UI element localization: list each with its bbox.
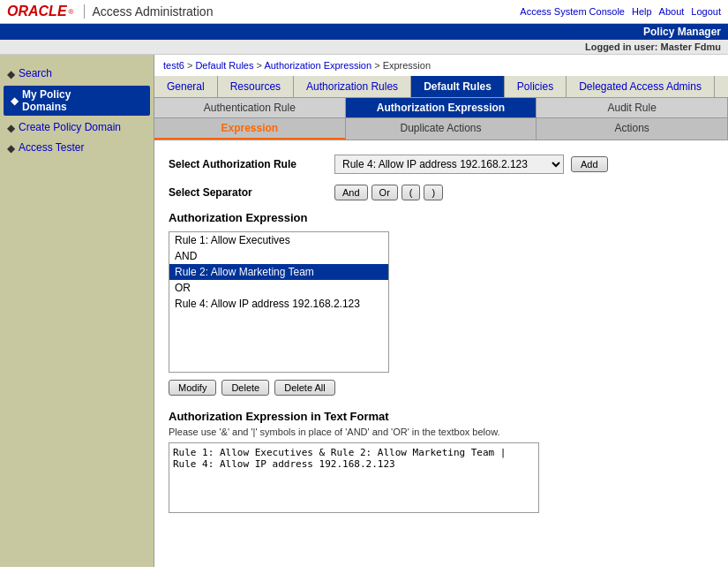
delete-all-button[interactable]: Delete All (274, 380, 334, 396)
policy-manager-bar: Policy Manager (0, 24, 728, 40)
sidebar-link-search[interactable]: Search (19, 67, 52, 79)
sidebar-bullet-create: ◆ (7, 122, 15, 134)
sub-tab-authorization-expression[interactable]: Authorization Expression (346, 98, 537, 117)
breadcrumb-test6[interactable]: test6 (163, 60, 184, 71)
sep-and[interactable]: And (334, 185, 368, 200)
sub-sub-tab-actions[interactable]: Actions (537, 118, 728, 140)
select-separator-row: Select Separator And Or ( ) (169, 185, 714, 200)
sidebar-bullet-active: ◆ (11, 94, 19, 107)
sidebar-item-my-policy[interactable]: ◆ My PolicyDomains (4, 86, 150, 116)
breadcrumb: test6 > Default Rules > Authorization Ex… (154, 55, 728, 76)
sidebar-link-create-policy[interactable]: Create Policy Domain (19, 121, 121, 133)
form-area: Select Authorization Rule Rule 4: Allow … (154, 140, 728, 530)
delete-button[interactable]: Delete (221, 380, 269, 396)
tab-resources[interactable]: Resources (218, 76, 294, 97)
sub-sub-tab-duplicate-actions[interactable]: Duplicate Actions (346, 118, 537, 140)
expr-item-4[interactable]: Rule 4: Allow IP address 192.168.2.123 (169, 296, 388, 312)
sidebar-active-wrap: ◆ My PolicyDomains (4, 86, 150, 116)
tab-delegated-access-admins[interactable]: Delegated Access Admins (567, 76, 715, 97)
text-format-desc: Please use '&' and '|' symbols in place … (169, 427, 714, 437)
sub-tab-audit-rule[interactable]: Audit Rule (537, 98, 728, 117)
expr-item-0[interactable]: Rule 1: Allow Executives (169, 232, 388, 248)
nav-logout[interactable]: Logout (691, 6, 721, 17)
sep-or[interactable]: Or (372, 185, 398, 200)
nav-access-system-console[interactable]: Access System Console (520, 6, 625, 17)
app-title: Access Administration (84, 4, 213, 19)
login-bar: Logged in user: Master Fdmu (0, 40, 728, 55)
expr-list-container: Rule 1: Allow Executives AND Rule 2: All… (169, 231, 389, 373)
tab-default-rules[interactable]: Default Rules (411, 76, 505, 97)
sub-sub-tab-expression[interactable]: Expression (154, 118, 346, 140)
tab-authorization-rules[interactable]: Authorization Rules (294, 76, 411, 97)
header-nav: Access System Console Help About Logout (520, 6, 721, 17)
sidebar-item-access-tester[interactable]: ◆ Access Tester (0, 138, 154, 158)
sep-open-paren[interactable]: ( (402, 185, 421, 200)
main-tab-row: General Resources Authorization Rules De… (154, 76, 728, 98)
sub-tab-authentication-rule[interactable]: Authentication Rule (154, 98, 346, 117)
content-area: test6 > Default Rules > Authorization Ex… (154, 55, 728, 567)
sidebar-label-my-policy: My PolicyDomains (22, 88, 71, 113)
header: ORACLE ® Access Administration Access Sy… (0, 0, 728, 24)
text-format-textarea[interactable]: Rule 1: Allow Executives & Rule 2: Allow… (169, 442, 539, 513)
header-left: ORACLE ® Access Administration (7, 4, 213, 19)
separator-buttons: And Or ( ) (334, 185, 443, 200)
sidebar-item-create-policy[interactable]: ◆ Create Policy Domain (0, 117, 154, 138)
policy-manager-label: Policy Manager (643, 26, 721, 38)
sidebar-link-access-tester[interactable]: Access Tester (19, 141, 84, 154)
oracle-logo-text: ORACLE (7, 4, 67, 19)
oracle-registered: ® (69, 8, 74, 16)
nav-help[interactable]: Help (632, 6, 652, 17)
sub-tab-row: Authentication Rule Authorization Expres… (154, 98, 728, 118)
expr-list[interactable]: Rule 1: Allow Executives AND Rule 2: All… (169, 232, 388, 372)
sidebar-item-search[interactable]: ◆ Search (0, 64, 154, 84)
sidebar-bullet: ◆ (7, 68, 15, 80)
expr-item-1[interactable]: AND (169, 248, 388, 264)
tab-policies[interactable]: Policies (505, 76, 567, 97)
select-rule-dropdown[interactable]: Rule 4: Allow IP address 192.168.2.123 R… (334, 155, 564, 174)
sidebar: ◆ Search ◆ My PolicyDomains ◆ Create Pol… (0, 55, 154, 567)
login-user: Master Fdmu (661, 42, 721, 52)
text-format-title: Authorization Expression in Text Format (169, 410, 714, 423)
nav-about[interactable]: About (659, 6, 685, 17)
expr-item-2[interactable]: Rule 2: Allow Marketing Team (169, 264, 388, 280)
breadcrumb-current: Expression (383, 60, 431, 71)
select-separator-label: Select Separator (169, 186, 327, 199)
text-format-section: Authorization Expression in Text Format … (169, 410, 714, 516)
breadcrumb-default-rules[interactable]: Default Rules (195, 60, 253, 71)
modify-button[interactable]: Modify (169, 380, 216, 396)
sep-close-paren[interactable]: ) (424, 185, 443, 200)
expr-item-3[interactable]: OR (169, 280, 388, 296)
sub-sub-tab-row: Expression Duplicate Actions Actions (154, 118, 728, 140)
oracle-logo: ORACLE ® (7, 4, 73, 19)
select-rule-label: Select Authorization Rule (169, 158, 327, 170)
login-text: Logged in user: (585, 42, 658, 52)
tab-general[interactable]: General (154, 76, 218, 97)
main-layout: ◆ Search ◆ My PolicyDomains ◆ Create Pol… (0, 55, 728, 567)
breadcrumb-auth-expression[interactable]: Authorization Expression (264, 60, 372, 71)
auth-expr-title: Authorization Expression (169, 211, 714, 224)
sidebar-bullet-tester: ◆ (7, 142, 15, 155)
select-rule-row: Select Authorization Rule Rule 4: Allow … (169, 155, 714, 174)
action-buttons: Modify Delete Delete All (169, 380, 714, 396)
add-button[interactable]: Add (571, 156, 608, 172)
